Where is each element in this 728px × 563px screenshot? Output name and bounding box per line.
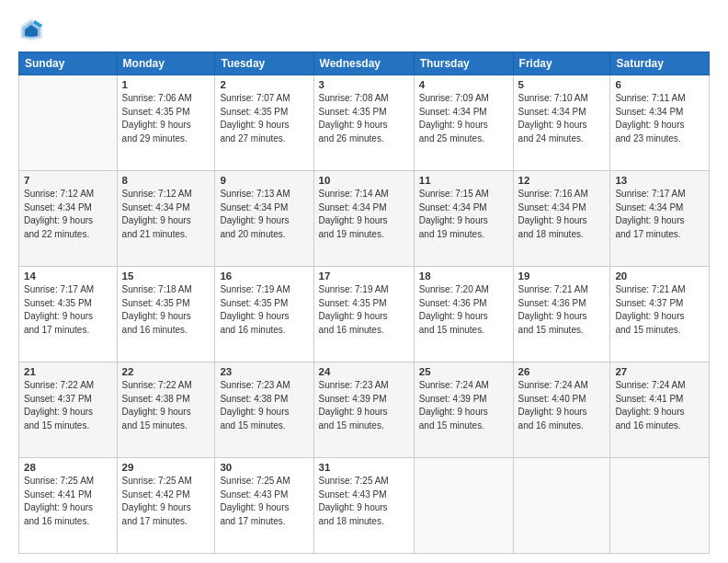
- day-number: 4: [419, 79, 508, 90]
- calendar-cell: 10Sunrise: 7:14 AM Sunset: 4:34 PM Dayli…: [313, 171, 414, 267]
- day-number: 23: [220, 366, 308, 377]
- day-info: Sunrise: 7:15 AM Sunset: 4:34 PM Dayligh…: [419, 188, 508, 241]
- day-header-wednesday: Wednesday: [313, 52, 414, 75]
- day-header-friday: Friday: [513, 52, 610, 75]
- week-row-2: 14Sunrise: 7:17 AM Sunset: 4:35 PM Dayli…: [19, 267, 710, 362]
- day-number: 29: [122, 462, 210, 473]
- day-number: 14: [24, 270, 112, 282]
- day-info: Sunrise: 7:17 AM Sunset: 4:34 PM Dayligh…: [615, 188, 704, 241]
- day-number: 16: [220, 270, 308, 282]
- day-info: Sunrise: 7:23 AM Sunset: 4:38 PM Dayligh…: [220, 379, 308, 432]
- day-number: 6: [615, 79, 704, 90]
- day-info: Sunrise: 7:12 AM Sunset: 4:34 PM Dayligh…: [24, 188, 112, 241]
- calendar-cell: 2Sunrise: 7:07 AM Sunset: 4:35 PM Daylig…: [215, 75, 313, 171]
- day-info: Sunrise: 7:21 AM Sunset: 4:36 PM Dayligh…: [518, 283, 606, 337]
- calendar-cell: 3Sunrise: 7:08 AM Sunset: 4:35 PM Daylig…: [313, 75, 414, 171]
- day-number: 15: [122, 270, 210, 282]
- page: SundayMondayTuesdayWednesdayThursdayFrid…: [0, 0, 728, 563]
- day-info: Sunrise: 7:18 AM Sunset: 4:35 PM Dayligh…: [122, 283, 210, 337]
- day-number: 12: [518, 175, 606, 186]
- day-info: Sunrise: 7:13 AM Sunset: 4:34 PM Dayligh…: [220, 188, 308, 241]
- day-info: Sunrise: 7:21 AM Sunset: 4:37 PM Dayligh…: [615, 283, 704, 337]
- day-info: Sunrise: 7:20 AM Sunset: 4:36 PM Dayligh…: [419, 283, 508, 337]
- calendar-cell: 9Sunrise: 7:13 AM Sunset: 4:34 PM Daylig…: [215, 171, 313, 267]
- calendar-cell: 20Sunrise: 7:21 AM Sunset: 4:37 PM Dayli…: [610, 267, 710, 362]
- calendar: SundayMondayTuesdayWednesdayThursdayFrid…: [18, 52, 710, 554]
- day-number: 2: [220, 79, 308, 90]
- day-info: Sunrise: 7:25 AM Sunset: 4:42 PM Dayligh…: [122, 475, 210, 528]
- calendar-cell: 30Sunrise: 7:25 AM Sunset: 4:43 PM Dayli…: [215, 458, 313, 554]
- day-number: 3: [319, 79, 409, 90]
- day-number: 30: [220, 462, 308, 473]
- calendar-cell: 28Sunrise: 7:25 AM Sunset: 4:41 PM Dayli…: [19, 458, 118, 554]
- day-header-thursday: Thursday: [414, 52, 513, 75]
- day-number: 8: [122, 175, 210, 186]
- calendar-cell: 19Sunrise: 7:21 AM Sunset: 4:36 PM Dayli…: [513, 267, 610, 362]
- day-info: Sunrise: 7:12 AM Sunset: 4:34 PM Dayligh…: [122, 188, 210, 241]
- day-header-saturday: Saturday: [610, 52, 710, 75]
- calendar-cell: 11Sunrise: 7:15 AM Sunset: 4:34 PM Dayli…: [414, 171, 513, 267]
- calendar-cell: 13Sunrise: 7:17 AM Sunset: 4:34 PM Dayli…: [610, 171, 710, 267]
- day-number: 17: [319, 270, 409, 282]
- calendar-cell: [414, 458, 513, 554]
- day-number: 11: [419, 175, 508, 186]
- logo: [18, 17, 48, 42]
- day-number: 7: [24, 175, 112, 186]
- day-info: Sunrise: 7:06 AM Sunset: 4:35 PM Dayligh…: [122, 92, 210, 145]
- calendar-cell: 26Sunrise: 7:24 AM Sunset: 4:40 PM Dayli…: [513, 362, 610, 458]
- calendar-cell: 29Sunrise: 7:25 AM Sunset: 4:42 PM Dayli…: [117, 458, 215, 554]
- calendar-cell: 18Sunrise: 7:20 AM Sunset: 4:36 PM Dayli…: [414, 267, 513, 362]
- day-info: Sunrise: 7:23 AM Sunset: 4:39 PM Dayligh…: [319, 379, 409, 432]
- day-number: 1: [122, 79, 210, 90]
- calendar-cell: 12Sunrise: 7:16 AM Sunset: 4:34 PM Dayli…: [513, 171, 610, 267]
- day-number: 25: [419, 366, 508, 377]
- calendar-cell: 4Sunrise: 7:09 AM Sunset: 4:34 PM Daylig…: [414, 75, 513, 171]
- day-info: Sunrise: 7:22 AM Sunset: 4:38 PM Dayligh…: [122, 379, 210, 432]
- day-number: 19: [518, 270, 606, 282]
- calendar-cell: 16Sunrise: 7:19 AM Sunset: 4:35 PM Dayli…: [215, 267, 313, 362]
- day-info: Sunrise: 7:07 AM Sunset: 4:35 PM Dayligh…: [220, 92, 308, 145]
- calendar-cell: 25Sunrise: 7:24 AM Sunset: 4:39 PM Dayli…: [414, 362, 513, 458]
- day-info: Sunrise: 7:09 AM Sunset: 4:34 PM Dayligh…: [419, 92, 508, 145]
- day-info: Sunrise: 7:25 AM Sunset: 4:41 PM Dayligh…: [24, 475, 112, 528]
- week-row-0: 1Sunrise: 7:06 AM Sunset: 4:35 PM Daylig…: [19, 75, 710, 171]
- day-info: Sunrise: 7:14 AM Sunset: 4:34 PM Dayligh…: [319, 188, 409, 241]
- calendar-cell: 17Sunrise: 7:19 AM Sunset: 4:35 PM Dayli…: [313, 267, 414, 362]
- week-row-1: 7Sunrise: 7:12 AM Sunset: 4:34 PM Daylig…: [19, 171, 710, 267]
- day-info: Sunrise: 7:16 AM Sunset: 4:34 PM Dayligh…: [518, 188, 606, 241]
- day-info: Sunrise: 7:24 AM Sunset: 4:39 PM Dayligh…: [419, 379, 508, 432]
- calendar-cell: 23Sunrise: 7:23 AM Sunset: 4:38 PM Dayli…: [215, 362, 313, 458]
- day-number: 20: [615, 270, 704, 282]
- calendar-cell: [19, 75, 118, 171]
- day-info: Sunrise: 7:24 AM Sunset: 4:40 PM Dayligh…: [518, 379, 606, 432]
- calendar-cell: 22Sunrise: 7:22 AM Sunset: 4:38 PM Dayli…: [117, 362, 215, 458]
- day-header-tuesday: Tuesday: [215, 52, 313, 75]
- day-info: Sunrise: 7:25 AM Sunset: 4:43 PM Dayligh…: [220, 475, 308, 528]
- calendar-cell: 1Sunrise: 7:06 AM Sunset: 4:35 PM Daylig…: [117, 75, 215, 171]
- day-info: Sunrise: 7:22 AM Sunset: 4:37 PM Dayligh…: [24, 379, 112, 432]
- day-info: Sunrise: 7:08 AM Sunset: 4:35 PM Dayligh…: [319, 92, 409, 145]
- day-number: 22: [122, 366, 210, 377]
- logo-icon: [18, 17, 44, 42]
- week-row-3: 21Sunrise: 7:22 AM Sunset: 4:37 PM Dayli…: [19, 362, 710, 458]
- calendar-cell: 6Sunrise: 7:11 AM Sunset: 4:34 PM Daylig…: [610, 75, 710, 171]
- day-number: 9: [220, 175, 308, 186]
- calendar-cell: [513, 458, 610, 554]
- day-header-monday: Monday: [117, 52, 215, 75]
- header: [18, 17, 710, 42]
- calendar-cell: 24Sunrise: 7:23 AM Sunset: 4:39 PM Dayli…: [313, 362, 414, 458]
- week-row-4: 28Sunrise: 7:25 AM Sunset: 4:41 PM Dayli…: [19, 458, 710, 554]
- calendar-cell: 8Sunrise: 7:12 AM Sunset: 4:34 PM Daylig…: [117, 171, 215, 267]
- day-number: 5: [518, 79, 606, 90]
- calendar-cell: 31Sunrise: 7:25 AM Sunset: 4:43 PM Dayli…: [313, 458, 414, 554]
- day-number: 13: [615, 175, 704, 186]
- day-number: 28: [24, 462, 112, 473]
- day-info: Sunrise: 7:24 AM Sunset: 4:41 PM Dayligh…: [615, 379, 704, 432]
- day-info: Sunrise: 7:17 AM Sunset: 4:35 PM Dayligh…: [24, 283, 112, 337]
- day-info: Sunrise: 7:19 AM Sunset: 4:35 PM Dayligh…: [319, 283, 409, 337]
- calendar-header-row: SundayMondayTuesdayWednesdayThursdayFrid…: [19, 52, 710, 75]
- calendar-cell: 15Sunrise: 7:18 AM Sunset: 4:35 PM Dayli…: [117, 267, 215, 362]
- day-number: 21: [24, 366, 112, 377]
- day-number: 26: [518, 366, 606, 377]
- calendar-cell: 7Sunrise: 7:12 AM Sunset: 4:34 PM Daylig…: [19, 171, 118, 267]
